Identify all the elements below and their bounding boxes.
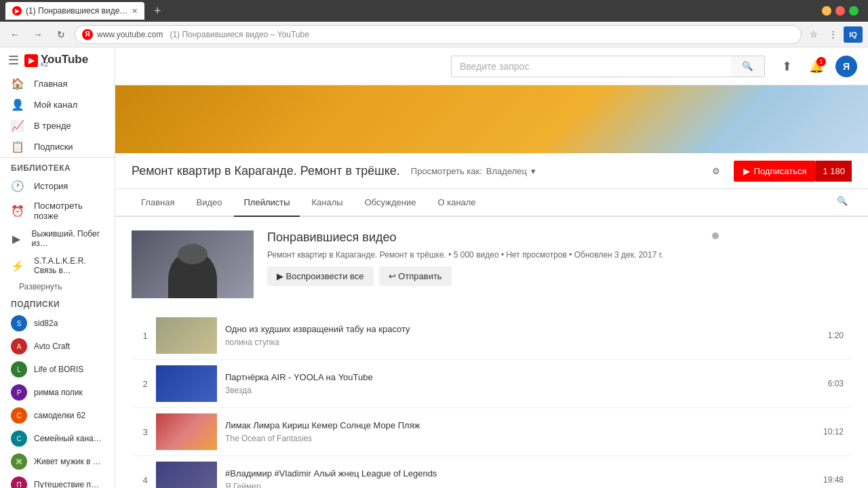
tab-playlists[interactable]: Плейлисты bbox=[234, 189, 299, 217]
play-all-button[interactable]: ▶ Воспроизвести все bbox=[267, 266, 374, 286]
sidebar-item-mychannel[interactable]: 👤 Мой канал bbox=[0, 94, 115, 115]
sub-avatar: С bbox=[11, 407, 27, 424]
sub-label: Путешествие под му… bbox=[34, 480, 102, 488]
sub-avatar: П bbox=[11, 476, 27, 488]
video-list-item[interactable]: 1 Одно из худших извращений табу на крас… bbox=[132, 312, 852, 360]
search-button[interactable]: 🔍 bbox=[731, 56, 765, 77]
maximize-button[interactable] bbox=[835, 6, 845, 16]
address-title: (1) Понравившиеся видео – YouTube bbox=[170, 30, 309, 39]
video-list-item[interactable]: 4 #Владимир #Vladimir Алый жнец League o… bbox=[132, 456, 852, 488]
tab-discussion[interactable]: Обсуждение bbox=[355, 189, 426, 217]
address-bar[interactable]: Я www.youtube.com (1) Понравившиеся виде… bbox=[75, 25, 802, 44]
new-tab-button[interactable]: + bbox=[149, 2, 166, 20]
refresh-button[interactable]: ↻ bbox=[52, 25, 71, 44]
sidebar-subscription-item[interactable]: Р римма полик bbox=[0, 381, 115, 404]
bookmark-icon[interactable]: ☆ bbox=[806, 26, 822, 43]
sidebar-item-playlist2[interactable]: ⚡ S.T.A.L.K.E.R. Связь в… bbox=[0, 252, 115, 279]
video-title: Одно из худших извращений табу на красот… bbox=[225, 324, 828, 336]
sub-avatar: Р bbox=[11, 384, 27, 401]
sidebar-item-history[interactable]: 🕐 История bbox=[0, 176, 115, 197]
sidebar-label-watchlater: Посмотреть позже bbox=[34, 201, 104, 221]
thumb-image bbox=[156, 365, 217, 402]
search-input[interactable] bbox=[451, 56, 731, 77]
sidebar-nav: 🏠 Главная 👤 Мой канал 📈 В тренде 📋 Подпи… bbox=[0, 73, 115, 157]
watchlater-icon: ⏰ bbox=[11, 205, 24, 218]
channel-settings-button[interactable]: ⚙ bbox=[705, 160, 727, 182]
close-button[interactable] bbox=[849, 6, 859, 16]
video-list-item[interactable]: 3 Лимак Лимра Кириш Кемер Солнце Море Пл… bbox=[132, 408, 852, 456]
hamburger-menu[interactable]: ☰ bbox=[8, 53, 19, 68]
sidebar-item-subscriptions[interactable]: 📋 Подписки bbox=[0, 136, 115, 157]
sidebar-item-home[interactable]: 🏠 Главная bbox=[0, 73, 115, 94]
sidebar-item-trending[interactable]: 📈 В тренде bbox=[0, 115, 115, 136]
playlist-header: Понравившиеся видео Ремонт квартир в Кар… bbox=[132, 230, 852, 298]
video-channel: полина ступка bbox=[225, 338, 828, 347]
subscriptions-icon: 📋 bbox=[11, 140, 24, 153]
forward-button[interactable]: → bbox=[28, 25, 47, 44]
tab-close-button[interactable]: ✕ bbox=[132, 7, 138, 16]
sidebar-subscription-item[interactable]: С Семейный канал Рум… bbox=[0, 427, 115, 450]
channel-search-button[interactable]: 🔍 bbox=[833, 189, 852, 216]
yt-logo-icon: ▶ bbox=[24, 54, 38, 67]
video-duration: 6:03 bbox=[828, 379, 849, 388]
back-button[interactable]: ← bbox=[5, 25, 24, 44]
sidebar-subscription-item[interactable]: Ж Живет мужик в дере… bbox=[0, 450, 115, 473]
sidebar-subscription-item[interactable]: П Путешествие под му… bbox=[0, 473, 115, 488]
sidebar-label-mychannel: Мой канал bbox=[34, 100, 77, 110]
upload-button[interactable]: ⬆ bbox=[776, 56, 797, 77]
sidebar-label-subscriptions: Подписки bbox=[34, 142, 73, 152]
video-list-item[interactable]: 2 Партнёрка AIR - YOOLA на YouTube Звезд… bbox=[132, 360, 852, 408]
video-number: 1 bbox=[134, 331, 156, 341]
video-duration: 10:12 bbox=[823, 427, 849, 436]
sidebar-subscription-item[interactable]: С самоделки 62 bbox=[0, 404, 115, 427]
sidebar-subscription-item[interactable]: A Avto Craft bbox=[0, 335, 115, 358]
playlist-section: Понравившиеся видео Ремонт квартир в Кар… bbox=[115, 217, 868, 488]
sub-avatar: S bbox=[11, 315, 27, 331]
tab-home[interactable]: Главная bbox=[132, 189, 184, 217]
share-button[interactable]: ↩ Отправить bbox=[379, 266, 452, 286]
sidebar-subscription-item[interactable]: L Life of BORIS bbox=[0, 358, 115, 381]
video-title: Лимак Лимра Кириш Кемер Солнце Море Пляж bbox=[225, 420, 823, 432]
view-as-selector[interactable]: Просмотреть как: Владелец ▾ bbox=[411, 166, 536, 176]
browser-action-buttons: ☆ ⋮ IQ bbox=[806, 26, 863, 43]
subscribe-label: Подписаться bbox=[754, 166, 807, 176]
sub-label: sid82a bbox=[34, 319, 58, 328]
main-content: 🔍 ⬆ 🔔 1 Я Ремонт квартир в Караганде. Ре… bbox=[115, 47, 868, 488]
browser-nav-bar: ← → ↻ Я www.youtube.com (1) Понравившиес… bbox=[0, 22, 868, 47]
sidebar-item-playlist1[interactable]: ▶ Выживший. Побег из… bbox=[0, 225, 115, 252]
channel-nav-tabs: Главная Видео Плейлисты Каналы Обсуждени… bbox=[115, 189, 868, 217]
thumb-image bbox=[156, 317, 217, 354]
video-duration: 19:48 bbox=[823, 475, 849, 485]
video-number: 2 bbox=[134, 379, 156, 389]
sidebar-subscription-item[interactable]: S sid82a bbox=[0, 312, 115, 335]
video-number: 4 bbox=[134, 475, 156, 485]
video-thumbnail bbox=[156, 317, 217, 354]
subscriber-count: 1 180 bbox=[816, 161, 852, 182]
channel-actions: ⚙ ▶ Подписаться 1 180 bbox=[705, 160, 852, 182]
tab-about[interactable]: О канале bbox=[428, 189, 485, 217]
settings-icon[interactable]: ⋮ bbox=[825, 26, 841, 43]
sub-label: Avto Craft bbox=[34, 342, 70, 351]
sidebar-expand[interactable]: Развернуть bbox=[0, 279, 115, 294]
tab-channels[interactable]: Каналы bbox=[302, 189, 353, 217]
sub-label: самоделки 62 bbox=[34, 411, 85, 420]
tab-videos[interactable]: Видео bbox=[186, 189, 231, 217]
video-thumbnail bbox=[156, 413, 217, 450]
notifications-button[interactable]: 🔔 1 bbox=[806, 56, 827, 77]
play-all-label: ▶ Воспроизвести все bbox=[277, 271, 364, 281]
sidebar-label-trending: В тренде bbox=[34, 121, 71, 131]
home-icon: 🏠 bbox=[11, 77, 24, 90]
topbar-right: ⬆ 🔔 1 Я bbox=[776, 56, 857, 77]
subscriptions-list: S sid82a A Avto Craft L Life of BORIS Р … bbox=[0, 312, 115, 488]
video-title: Партнёрка AIR - YOOLA на YouTube bbox=[225, 372, 828, 384]
yt-logo[interactable]: ▶ YouTube KZ bbox=[24, 53, 88, 68]
user-profile-badge[interactable]: IQ bbox=[844, 26, 863, 43]
subscribe-button[interactable]: ▶ Подписаться bbox=[734, 161, 816, 182]
user-avatar[interactable]: Я bbox=[835, 56, 857, 77]
history-icon: 🕐 bbox=[11, 180, 24, 192]
playlist-info: Понравившиеся видео Ремонт квартир в Кар… bbox=[267, 230, 852, 298]
minimize-button[interactable] bbox=[822, 6, 831, 16]
active-tab[interactable]: ▶ (1) Понравившиеся виде… ✕ bbox=[5, 2, 144, 20]
sidebar-item-watchlater[interactable]: ⏰ Посмотреть позже bbox=[0, 197, 115, 225]
notification-badge: 1 bbox=[816, 57, 826, 66]
